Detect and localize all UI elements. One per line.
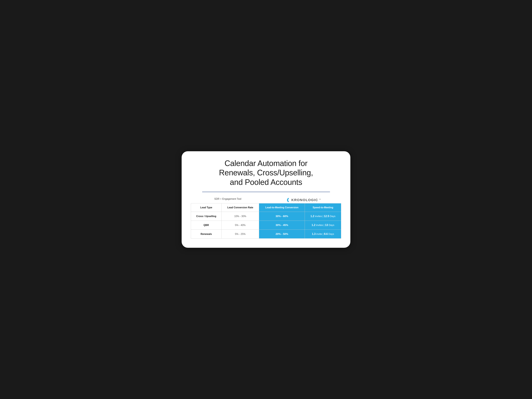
speed-invites-label: invites | — [314, 215, 324, 217]
sdr-label: SDR + Engagement Tool — [191, 198, 266, 202]
col-speed-to-meeting: Speed-to-Meeting — [305, 203, 341, 212]
table-row: Cross / Upselling 10% - 30% 30% - 60% 1.… — [191, 212, 341, 221]
comparison-table: Lead Type Lead Conversion Rate Lead-to-M… — [191, 203, 341, 239]
speed-invites: 1.3 — [312, 232, 316, 235]
table-row: QBR 5% - 40% 30% - 45% 1.2 invites | 13 … — [191, 221, 341, 230]
conversion-rate-cell: 5% - 25% — [222, 230, 259, 239]
conversion-rate-cell: 10% - 30% — [222, 212, 259, 221]
speed-days: 8.6 — [324, 232, 328, 235]
speed-days: 12.5 — [324, 215, 329, 218]
speed-days-label: Days — [329, 215, 336, 217]
speed-invites: 1.2 — [311, 223, 315, 227]
speed-cell: 1.3 invite | 8.6 Days — [305, 230, 341, 239]
speed-cell: 1.2 invites | 12.5 Days — [305, 212, 341, 221]
table-wrapper: SDR + Engagement Tool ❰ KRONOLOGIC ® Lea… — [191, 198, 341, 239]
lead-type-cell: Cross / Upselling — [191, 212, 222, 221]
column-labels: SDR + Engagement Tool ❰ KRONOLOGIC ® — [191, 198, 341, 202]
table-body: Cross / Upselling 10% - 30% 30% - 60% 1.… — [191, 212, 341, 239]
lead-type-cell: QBR — [191, 221, 222, 230]
lead-meeting-cell: 30% - 45% — [259, 221, 305, 230]
table-header: Lead Type Lead Conversion Rate Lead-to-M… — [191, 203, 341, 212]
conversion-rate-cell: 5% - 40% — [222, 221, 259, 230]
kronologic-logo: ❰ KRONOLOGIC ® — [286, 198, 321, 202]
lead-type-cell: Renewals — [191, 230, 222, 239]
col-lead-to-meeting: Lead-to-Meeting Conversion — [259, 203, 305, 212]
k-icon: ❰ — [286, 198, 290, 202]
speed-days-label: Days — [328, 233, 334, 235]
speed-invites-label: invite | — [316, 233, 324, 235]
table-row: Renewals 5% - 25% 20% - 50% 1.3 invite |… — [191, 230, 341, 239]
speed-cell: 1.2 invites | 13 Days — [305, 221, 341, 230]
speed-invites: 1.2 — [310, 215, 314, 218]
speed-days: 13 — [325, 223, 328, 227]
col-lead-type: Lead Type — [191, 203, 222, 212]
speed-days-label: Days — [328, 224, 334, 226]
col-conversion-rate: Lead Conversion Rate — [222, 203, 259, 212]
brand-logo-area: ❰ KRONOLOGIC ® — [266, 198, 341, 202]
slide-title: Calendar Automation for Renewals, Cross/… — [191, 159, 341, 187]
speed-invites-label: invites | — [315, 224, 325, 226]
lead-meeting-cell: 30% - 60% — [259, 212, 305, 221]
slide-container: Calendar Automation for Renewals, Cross/… — [182, 151, 350, 248]
header-row: Lead Type Lead Conversion Rate Lead-to-M… — [191, 203, 341, 212]
divider — [202, 192, 330, 192]
lead-meeting-cell: 20% - 50% — [259, 230, 305, 239]
